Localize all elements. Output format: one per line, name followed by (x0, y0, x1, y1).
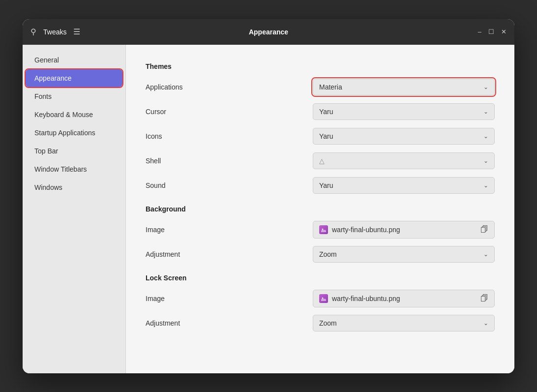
minimize-button[interactable]: – (478, 29, 481, 35)
sound-row: Sound Yaru ⌄ (146, 176, 495, 195)
copy-icon: 🗍 (480, 225, 488, 234)
icons-label: Icons (146, 132, 313, 140)
applications-dropdown[interactable]: Materia ⌄ (313, 79, 495, 95)
ls-adjustment-dropdown[interactable]: Zoom ⌄ (313, 315, 495, 332)
titlebar-left: ⚲ Tweaks ☰ (30, 27, 80, 36)
app-window: ⚲ Tweaks ☰ Appearance – ☐ ✕ General Appe… (23, 19, 514, 373)
ls-adjustment-label: Adjustment (146, 319, 313, 327)
content-panel: Themes Applications Materia ⌄ Cursor Yar… (126, 45, 514, 373)
applications-label: Applications (146, 83, 313, 91)
sidebar-item-fonts[interactable]: Fonts (26, 88, 122, 105)
bg-adjustment-label: Adjustment (146, 250, 313, 258)
bg-adjustment-dropdown[interactable]: Zoom ⌄ (313, 246, 495, 263)
sidebar-item-top-bar[interactable]: Top Bar (26, 142, 122, 160)
themes-section-title: Themes (146, 62, 495, 70)
bg-image-label: Image (146, 226, 313, 234)
chevron-down-icon: ⌄ (483, 251, 488, 258)
app-name: Tweaks (43, 28, 66, 36)
icons-dropdown[interactable]: Yaru ⌄ (313, 128, 495, 145)
ls-image-filename: warty-final-ubuntu.png (332, 295, 400, 302)
cursor-row: Cursor Yaru ⌄ (146, 102, 495, 121)
shell-dropdown[interactable]: △ ⌄ (313, 152, 495, 169)
cursor-dropdown[interactable]: Yaru ⌄ (313, 103, 495, 120)
icons-row: Icons Yaru ⌄ (146, 126, 495, 146)
chevron-down-icon: ⌄ (483, 84, 488, 90)
bg-adjustment-row: Adjustment Zoom ⌄ (146, 244, 495, 264)
maximize-button[interactable]: ☐ (488, 29, 494, 35)
shell-warning: △ (319, 157, 325, 165)
ls-file-left: warty-final-ubuntu.png (319, 294, 400, 303)
shell-control: △ ⌄ (313, 152, 495, 169)
cursor-value: Yaru (319, 108, 333, 116)
ls-adjustment-control: Zoom ⌄ (313, 315, 495, 332)
applications-control: Materia ⌄ (313, 79, 495, 95)
chevron-down-icon: ⌄ (483, 108, 488, 115)
ls-file-icon (319, 294, 328, 303)
sound-dropdown[interactable]: Yaru ⌄ (313, 177, 495, 194)
titlebar: ⚲ Tweaks ☰ Appearance – ☐ ✕ (23, 19, 514, 45)
cursor-control: Yaru ⌄ (313, 103, 495, 120)
ls-image-label: Image (146, 295, 313, 302)
icons-control: Yaru ⌄ (313, 128, 495, 145)
ls-image-row: Image warty-final-ubuntu.png (146, 289, 495, 308)
ls-adjustment-row: Adjustment Zoom ⌄ (146, 313, 495, 333)
window-title: Appearance (249, 28, 288, 36)
sound-control: Yaru ⌄ (313, 177, 495, 194)
shell-label: Shell (146, 157, 313, 165)
warning-icon: △ (319, 157, 325, 165)
menu-icon[interactable]: ☰ (73, 27, 80, 36)
close-button[interactable]: ✕ (501, 29, 507, 35)
lock-screen-section-title: Lock Screen (146, 274, 495, 282)
sidebar-item-windows[interactable]: Windows (26, 179, 122, 196)
bg-image-filename: warty-final-ubuntu.png (332, 226, 400, 234)
sidebar-item-window-titlebars[interactable]: Window Titlebars (26, 160, 122, 178)
window-controls: – ☐ ✕ (478, 29, 507, 35)
sidebar: General Appearance Fonts Keyboard & Mous… (23, 45, 126, 373)
chevron-down-icon: ⌄ (483, 133, 488, 140)
search-icon[interactable]: ⚲ (30, 27, 36, 36)
sidebar-item-keyboard-mouse[interactable]: Keyboard & Mouse (26, 106, 122, 123)
sidebar-item-general[interactable]: General (26, 51, 122, 69)
bg-image-control: warty-final-ubuntu.png 🗍 (313, 221, 495, 239)
shell-row: Shell △ ⌄ (146, 151, 495, 171)
ls-adjustment-value: Zoom (319, 319, 337, 327)
chevron-down-icon: ⌄ (483, 320, 488, 327)
cursor-label: Cursor (146, 108, 313, 116)
bg-file-icon (319, 225, 328, 234)
sidebar-item-appearance[interactable]: Appearance (26, 69, 122, 87)
icons-value: Yaru (319, 132, 333, 140)
bg-adjustment-value: Zoom (319, 250, 337, 258)
sidebar-item-startup-applications[interactable]: Startup Applications (26, 124, 122, 142)
copy-icon: 🗍 (480, 294, 488, 303)
bg-image-row: Image warty-final-ubuntu.png (146, 220, 495, 240)
ls-image-control: warty-final-ubuntu.png 🗍 (313, 290, 495, 307)
chevron-down-icon: ⌄ (483, 157, 488, 164)
chevron-down-icon: ⌄ (483, 182, 488, 189)
bg-image-picker[interactable]: warty-final-ubuntu.png 🗍 (313, 221, 495, 239)
sound-label: Sound (146, 181, 313, 189)
bg-adjustment-control: Zoom ⌄ (313, 246, 495, 263)
background-section-title: Background (146, 205, 495, 213)
bg-file-left: warty-final-ubuntu.png (319, 225, 400, 234)
applications-value: Materia (319, 83, 342, 91)
main-content: General Appearance Fonts Keyboard & Mous… (23, 45, 514, 373)
applications-row: Applications Materia ⌄ (146, 77, 495, 97)
sound-value: Yaru (319, 181, 333, 189)
ls-image-picker[interactable]: warty-final-ubuntu.png 🗍 (313, 290, 495, 307)
